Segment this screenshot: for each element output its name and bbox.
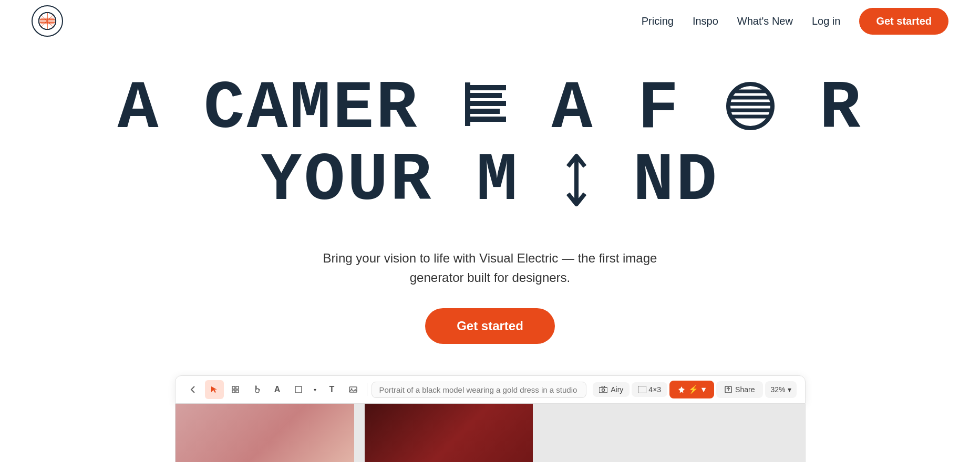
logo[interactable] — [32, 5, 63, 37]
title-line-1: A CAMER A F — [117, 74, 862, 145]
navbar: Pricing Inspo What's New Log in Get star… — [0, 0, 980, 42]
svg-rect-32 — [599, 387, 607, 393]
svg-point-33 — [602, 389, 605, 392]
toolbar-back-button[interactable] — [184, 380, 203, 399]
toolbar-ratio-tag[interactable]: 4×3 — [632, 382, 667, 397]
toolbar-image-button[interactable] — [344, 380, 363, 399]
camera-e-icon — [462, 80, 509, 136]
toolbar-hand-button[interactable] — [247, 380, 266, 399]
lines-o-icon — [724, 80, 777, 136]
toolbar-frame-dropdown-button[interactable]: ▾ — [310, 380, 321, 399]
toolbar-text-button[interactable]: A — [268, 380, 287, 399]
toolbar-generate-icon: ⚡ — [688, 385, 698, 394]
hero-title: A CAMER A F — [117, 74, 862, 233]
canvas-preview — [175, 404, 806, 462]
hero-subtitle: Bring your vision to life with Visual El… — [312, 248, 669, 287]
svg-marker-24 — [211, 386, 217, 393]
toolbar-cursor-button[interactable] — [205, 380, 224, 399]
toolbar-ratio-label: 4×3 — [648, 385, 661, 394]
toolbar-type-button[interactable]: T — [323, 380, 342, 399]
toolbar-zoom-label: 32% — [770, 385, 785, 394]
nav-pricing[interactable]: Pricing — [642, 15, 674, 27]
canvas-image-left — [176, 404, 354, 462]
toolbar-model-label: Airy — [611, 385, 623, 394]
toolbar-prompt-input[interactable] — [372, 382, 587, 398]
toolbar-generate-button[interactable]: ⚡ ▾ — [669, 381, 714, 398]
toolbar-zoom-chevron: ▾ — [788, 385, 791, 394]
hero-get-started-button[interactable]: Get started — [425, 308, 555, 344]
nav-login[interactable]: Log in — [812, 15, 841, 27]
toolbar-share-button[interactable]: Share — [716, 381, 763, 398]
svg-rect-27 — [232, 390, 235, 393]
toolbar-share-label: Share — [735, 385, 755, 394]
svg-rect-28 — [236, 390, 239, 393]
canvas-image-right — [365, 404, 533, 462]
title-line-2: YOUR M ND — [117, 145, 862, 217]
nav-whats-new[interactable]: What's New — [737, 15, 793, 27]
hero-section: A CAMER A F — [0, 42, 980, 462]
svg-rect-25 — [232, 386, 235, 389]
arrow-i-icon — [563, 152, 590, 208]
toolbar: A ▾ T Airy 4×3 ⚡ ▾ — [175, 375, 806, 404]
svg-marker-35 — [678, 386, 685, 393]
toolbar-frame-button[interactable] — [289, 380, 308, 399]
svg-rect-34 — [638, 386, 646, 393]
toolbar-zoom-button[interactable]: 32% ▾ — [765, 381, 796, 398]
nav-inspo[interactable]: Inspo — [693, 15, 718, 27]
toolbar-divider — [367, 383, 367, 396]
svg-rect-29 — [295, 386, 302, 393]
nav-links: Pricing Inspo What's New Log in Get star… — [642, 8, 948, 35]
svg-rect-26 — [236, 386, 239, 389]
toolbar-model-tag[interactable]: Airy — [593, 382, 630, 397]
nav-get-started-button[interactable]: Get started — [859, 8, 948, 35]
toolbar-generate-chevron: ▾ — [702, 385, 706, 394]
toolbar-grid-button[interactable] — [226, 380, 245, 399]
